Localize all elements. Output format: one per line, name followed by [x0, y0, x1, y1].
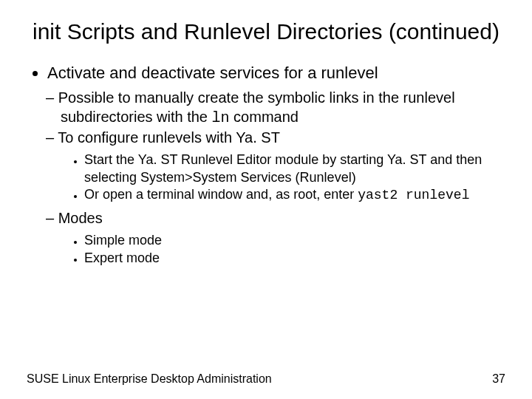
list-item: To configure runlevels with Ya. ST Start… [61, 128, 505, 204]
bullet-list-level-2: Possible to manually create the symbolic… [47, 88, 505, 267]
code-text: ln [212, 109, 230, 126]
list-text: Expert mode [84, 250, 160, 265]
code-text: yast2 runlevel [358, 188, 469, 202]
slide-footer: SUSE Linux Enterprise Desktop Administra… [27, 372, 505, 386]
page-number: 37 [492, 372, 505, 386]
list-text: Simple mode [84, 233, 162, 248]
list-text: Or open a terminal window and, as root, … [84, 187, 358, 202]
list-text: Modes [58, 210, 103, 226]
list-item: Activate and deactivate services for a r… [47, 62, 505, 267]
footer-text: SUSE Linux Enterprise Desktop Administra… [27, 372, 272, 386]
bullet-list-level-1: Activate and deactivate services for a r… [27, 62, 505, 267]
list-item: Or open a terminal window and, as root, … [84, 186, 505, 204]
list-item: Possible to manually create the symbolic… [61, 88, 505, 128]
list-item: Expert mode [84, 250, 505, 267]
list-text: To configure runlevels with Ya. ST [58, 129, 280, 146]
list-item: Modes Simple mode Expert mode [61, 208, 505, 267]
slide: init Scripts and Runlevel Directories (c… [0, 0, 532, 399]
bullet-list-level-3: Start the Ya. ST Runlevel Editor module … [61, 151, 505, 204]
slide-title: init Scripts and Runlevel Directories (c… [27, 18, 505, 46]
list-text: Start the Ya. ST Runlevel Editor module … [84, 152, 482, 184]
bullet-list-level-3: Simple mode Expert mode [61, 232, 505, 267]
list-item: Start the Ya. ST Runlevel Editor module … [84, 151, 505, 186]
list-text: Activate and deactivate services for a r… [47, 64, 378, 82]
list-item: Simple mode [84, 232, 505, 249]
list-text: command [230, 109, 299, 125]
